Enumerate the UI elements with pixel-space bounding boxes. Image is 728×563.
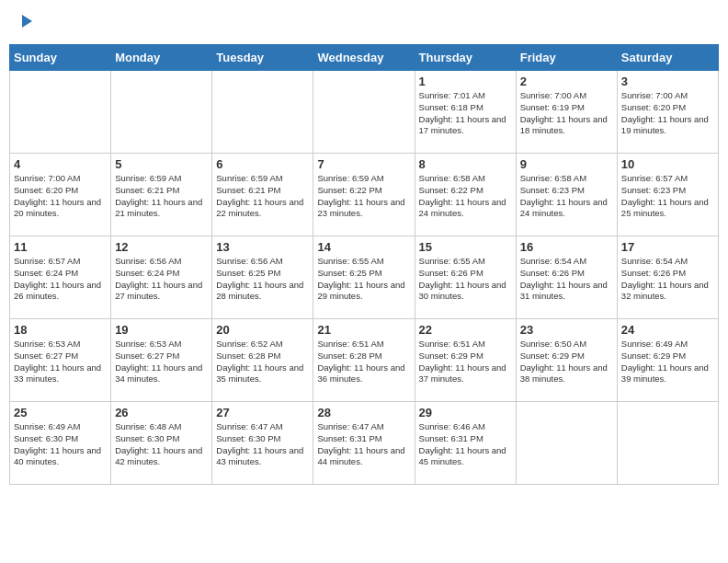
day-number: 6 [216,157,309,171]
day-info: Sunrise: 6:59 AMSunset: 6:21 PMDaylight:… [115,173,208,220]
calendar-cell: 8Sunrise: 6:58 AMSunset: 6:22 PMDaylight… [415,154,516,236]
weekday-header-friday: Friday [516,45,617,71]
calendar-cell [516,402,617,485]
calendar-cell: 12Sunrise: 6:56 AMSunset: 6:24 PMDayligh… [111,236,212,319]
day-number: 2 [520,75,613,88]
day-info: Sunrise: 6:58 AMSunset: 6:22 PMDaylight:… [419,173,512,220]
day-info: Sunrise: 6:54 AMSunset: 6:26 PMDaylight:… [520,256,613,303]
day-number: 7 [317,157,410,171]
day-info: Sunrise: 6:59 AMSunset: 6:22 PMDaylight:… [317,173,410,220]
weekday-header-sunday: Sunday [10,45,111,71]
day-number: 9 [520,157,613,171]
day-info: Sunrise: 6:55 AMSunset: 6:25 PMDaylight:… [317,256,410,303]
logo-triangle-icon [17,13,34,33]
day-number: 28 [317,406,410,419]
day-number: 17 [621,240,714,254]
calendar-cell: 23Sunrise: 6:50 AMSunset: 6:29 PMDayligh… [516,319,617,402]
day-info: Sunrise: 6:46 AMSunset: 6:31 PMDaylight:… [419,421,512,468]
day-info: Sunrise: 6:56 AMSunset: 6:25 PMDaylight:… [216,256,309,303]
calendar-table: SundayMondayTuesdayWednesdayThursdayFrid… [9,44,719,485]
calendar-cell: 29Sunrise: 6:46 AMSunset: 6:31 PMDayligh… [415,402,516,485]
day-info: Sunrise: 6:47 AMSunset: 6:31 PMDaylight:… [317,421,410,468]
weekday-header-monday: Monday [111,45,212,71]
calendar-cell: 27Sunrise: 6:47 AMSunset: 6:30 PMDayligh… [212,402,313,485]
calendar-cell: 9Sunrise: 6:58 AMSunset: 6:23 PMDaylight… [516,154,617,236]
calendar-cell: 11Sunrise: 6:57 AMSunset: 6:24 PMDayligh… [10,236,111,319]
calendar-cell: 26Sunrise: 6:48 AMSunset: 6:30 PMDayligh… [111,402,212,485]
calendar-cell: 3Sunrise: 7:00 AMSunset: 6:20 PMDaylight… [617,71,718,154]
day-number: 22 [419,323,512,337]
calendar-week-2: 4Sunrise: 7:00 AMSunset: 6:20 PMDaylight… [10,154,719,236]
page-header [9,9,719,37]
day-info: Sunrise: 6:56 AMSunset: 6:24 PMDaylight:… [115,256,208,303]
day-info: Sunrise: 6:53 AMSunset: 6:27 PMDaylight:… [14,339,107,385]
calendar-cell: 20Sunrise: 6:52 AMSunset: 6:28 PMDayligh… [212,319,313,402]
day-number: 20 [216,323,309,337]
calendar-cell: 10Sunrise: 6:57 AMSunset: 6:23 PMDayligh… [617,154,718,236]
calendar-cell: 17Sunrise: 6:54 AMSunset: 6:26 PMDayligh… [617,236,718,319]
calendar-cell: 6Sunrise: 6:59 AMSunset: 6:21 PMDaylight… [212,154,313,236]
calendar-cell: 18Sunrise: 6:53 AMSunset: 6:27 PMDayligh… [10,319,111,402]
day-info: Sunrise: 6:49 AMSunset: 6:30 PMDaylight:… [14,421,107,468]
calendar-cell [313,71,415,154]
day-info: Sunrise: 6:50 AMSunset: 6:29 PMDaylight:… [520,339,613,385]
calendar-cell: 25Sunrise: 6:49 AMSunset: 6:30 PMDayligh… [10,402,111,485]
day-number: 13 [216,240,309,254]
day-number: 26 [115,406,208,419]
logo [15,13,34,33]
day-number: 16 [520,240,613,254]
day-info: Sunrise: 7:00 AMSunset: 6:20 PMDaylight:… [621,90,714,137]
day-info: Sunrise: 6:47 AMSunset: 6:30 PMDaylight:… [216,421,309,468]
calendar-cell: 7Sunrise: 6:59 AMSunset: 6:22 PMDaylight… [313,154,415,236]
calendar-cell: 15Sunrise: 6:55 AMSunset: 6:26 PMDayligh… [415,236,516,319]
weekday-header-row: SundayMondayTuesdayWednesdayThursdayFrid… [10,45,719,71]
day-info: Sunrise: 6:53 AMSunset: 6:27 PMDaylight:… [115,339,208,385]
calendar-week-5: 25Sunrise: 6:49 AMSunset: 6:30 PMDayligh… [10,402,719,485]
day-info: Sunrise: 7:00 AMSunset: 6:19 PMDaylight:… [520,90,613,137]
calendar-cell [212,71,313,154]
weekday-header-thursday: Thursday [415,45,516,71]
day-number: 4 [14,157,107,171]
calendar-cell: 13Sunrise: 6:56 AMSunset: 6:25 PMDayligh… [212,236,313,319]
svg-marker-0 [22,15,32,28]
day-number: 15 [419,240,512,254]
day-number: 19 [115,323,208,337]
calendar-cell: 16Sunrise: 6:54 AMSunset: 6:26 PMDayligh… [516,236,617,319]
calendar-week-1: 1Sunrise: 7:01 AMSunset: 6:18 PMDaylight… [10,71,719,154]
day-number: 23 [520,323,613,337]
calendar-cell: 14Sunrise: 6:55 AMSunset: 6:25 PMDayligh… [313,236,415,319]
day-number: 12 [115,240,208,254]
calendar-cell [10,71,111,154]
calendar-cell: 4Sunrise: 7:00 AMSunset: 6:20 PMDaylight… [10,154,111,236]
day-number: 18 [14,323,107,337]
day-number: 1 [419,75,512,88]
day-info: Sunrise: 6:55 AMSunset: 6:26 PMDaylight:… [419,256,512,303]
day-number: 10 [621,157,714,171]
weekday-header-tuesday: Tuesday [212,45,313,71]
day-info: Sunrise: 6:49 AMSunset: 6:29 PMDaylight:… [621,339,714,385]
calendar-cell [617,402,718,485]
day-number: 14 [317,240,410,254]
day-info: Sunrise: 6:51 AMSunset: 6:28 PMDaylight:… [317,339,410,385]
day-number: 3 [621,75,714,88]
day-info: Sunrise: 6:59 AMSunset: 6:21 PMDaylight:… [216,173,309,220]
calendar-cell: 22Sunrise: 6:51 AMSunset: 6:29 PMDayligh… [415,319,516,402]
calendar-cell: 5Sunrise: 6:59 AMSunset: 6:21 PMDaylight… [111,154,212,236]
calendar-cell: 24Sunrise: 6:49 AMSunset: 6:29 PMDayligh… [617,319,718,402]
calendar-body: 1Sunrise: 7:01 AMSunset: 6:18 PMDaylight… [10,71,719,485]
calendar-week-4: 18Sunrise: 6:53 AMSunset: 6:27 PMDayligh… [10,319,719,402]
day-number: 8 [419,157,512,171]
day-number: 21 [317,323,410,337]
day-info: Sunrise: 7:00 AMSunset: 6:20 PMDaylight:… [14,173,107,220]
day-number: 29 [419,406,512,419]
day-info: Sunrise: 6:54 AMSunset: 6:26 PMDaylight:… [621,256,714,303]
day-info: Sunrise: 6:58 AMSunset: 6:23 PMDaylight:… [520,173,613,220]
day-number: 27 [216,406,309,419]
calendar-cell: 28Sunrise: 6:47 AMSunset: 6:31 PMDayligh… [313,402,415,485]
day-number: 11 [14,240,107,254]
day-info: Sunrise: 6:52 AMSunset: 6:28 PMDaylight:… [216,339,309,385]
calendar-cell [111,71,212,154]
day-info: Sunrise: 6:57 AMSunset: 6:23 PMDaylight:… [621,173,714,220]
calendar-cell: 1Sunrise: 7:01 AMSunset: 6:18 PMDaylight… [415,71,516,154]
day-info: Sunrise: 6:57 AMSunset: 6:24 PMDaylight:… [14,256,107,303]
